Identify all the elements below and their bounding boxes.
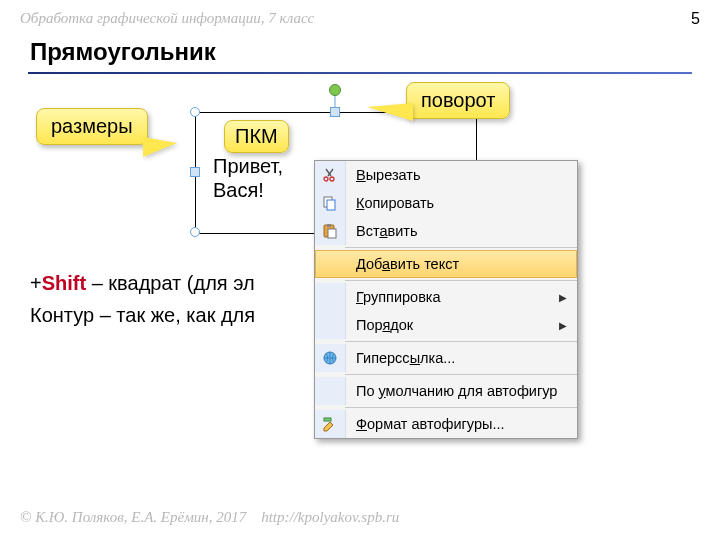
note-shift: +Shift – квадрат (для эл [30, 272, 255, 295]
blank-icon [315, 283, 346, 311]
blank-icon [315, 377, 346, 405]
submenu-arrow-icon: ▶ [559, 320, 567, 331]
menu-item-format[interactable]: Формат автофигуры... [315, 410, 577, 438]
blank-icon [315, 311, 346, 339]
svg-rect-6 [328, 229, 336, 238]
rotate-handle[interactable] [329, 84, 341, 96]
svg-point-0 [324, 177, 328, 181]
format-icon [315, 410, 346, 438]
slide-footer: © К.Ю. Поляков, Е.А. Ерёмин, 2017 http:/… [20, 509, 399, 526]
context-menu: Вырезать Копировать Вставить Добавить те… [314, 160, 578, 439]
menu-item-group[interactable]: Группировка ▶ [315, 283, 577, 311]
page-number: 5 [691, 10, 700, 28]
svg-rect-5 [327, 224, 331, 227]
callout-rmb: ПКМ [224, 120, 289, 153]
copy-icon [315, 189, 346, 217]
callout-rotate: поворот [406, 82, 510, 119]
resize-handle-l[interactable] [190, 167, 200, 177]
menu-separator [345, 280, 577, 281]
svg-rect-3 [327, 200, 335, 210]
menu-item-cut[interactable]: Вырезать [315, 161, 577, 189]
shape-text: Привет, Вася! [213, 154, 283, 202]
resize-handle-bl[interactable] [190, 227, 200, 237]
callout-sizes: размеры [36, 108, 148, 145]
resize-handle-t[interactable] [330, 107, 340, 117]
menu-item-add-text[interactable]: Добавить текст [315, 250, 577, 278]
blank-icon [316, 251, 346, 277]
slide-header: Обработка графической информации, 7 клас… [20, 10, 314, 27]
menu-item-copy[interactable]: Копировать [315, 189, 577, 217]
menu-separator [345, 374, 577, 375]
slide-title: Прямоугольник [30, 38, 216, 66]
note-contour: Контур – так же, как для [30, 304, 255, 327]
svg-point-1 [330, 177, 334, 181]
menu-item-hyperlink[interactable]: Гиперссылка... [315, 344, 577, 372]
resize-handle-tl[interactable] [190, 107, 200, 117]
cut-icon [315, 161, 346, 189]
menu-item-paste[interactable]: Вставить [315, 217, 577, 245]
menu-item-defaults[interactable]: По умолчанию для автофигур [315, 377, 577, 405]
menu-separator [345, 247, 577, 248]
hyperlink-icon [315, 344, 346, 372]
paste-icon [315, 217, 346, 245]
menu-separator [345, 407, 577, 408]
svg-rect-8 [324, 418, 331, 421]
title-underline [28, 72, 692, 74]
menu-separator [345, 341, 577, 342]
menu-item-order[interactable]: Порядок ▶ [315, 311, 577, 339]
submenu-arrow-icon: ▶ [559, 292, 567, 303]
